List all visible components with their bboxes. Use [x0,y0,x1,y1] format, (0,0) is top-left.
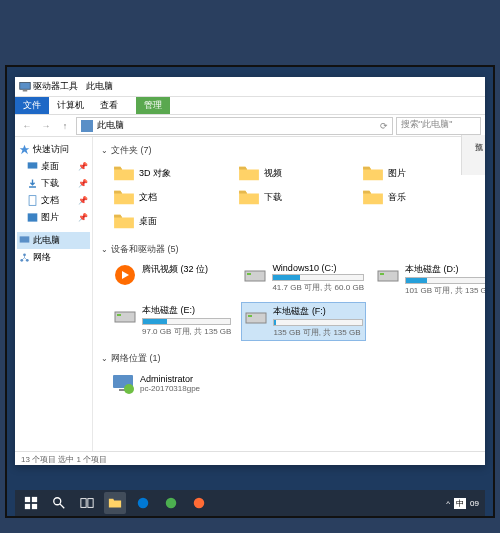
sidebar-item-pictures[interactable]: 图片 📌 [17,209,90,226]
tab-manage[interactable]: 管理 [136,97,170,114]
folder-item[interactable]: 文档 [111,186,228,208]
desktop-icon [27,161,38,172]
svg-rect-28 [81,499,86,508]
network-pc-icon [111,371,135,395]
sidebar-label: 下载 [41,177,59,190]
sidebar: 快速访问 桌面 📌 下载 📌 文档 📌 [15,137,93,451]
back-button[interactable]: ← [19,118,35,134]
svg-point-32 [194,498,205,509]
explorer-icon[interactable] [104,492,126,514]
sidebar-label: 此电脑 [33,234,60,247]
edge-icon[interactable] [132,492,154,514]
svg-rect-3 [28,162,38,168]
sidebar-item-documents[interactable]: 文档 📌 [17,192,90,209]
svg-point-31 [166,498,177,509]
pc-icon [19,81,31,93]
section-drives[interactable]: 设备和驱动器 (5) [101,240,477,259]
preview-pane-toggle[interactable]: 预览 [461,135,485,175]
folder-label: 音乐 [388,191,406,204]
svg-rect-0 [20,82,31,89]
picture-icon [27,212,38,223]
drive-usage-bar [273,319,363,326]
contextual-tab-label: 驱动器工具 [33,80,78,93]
tab-file[interactable]: 文件 [15,97,49,114]
system-tray: ^ 中 09 [446,498,483,509]
svg-point-7 [23,253,26,256]
folder-item[interactable]: 3D 对象 [111,162,228,184]
app-icon-2[interactable] [188,492,210,514]
folder-item[interactable]: 桌面 [111,210,228,232]
ime-indicator[interactable]: 中 [454,498,466,509]
clock[interactable]: 09 [470,499,479,508]
svg-rect-17 [246,313,266,323]
sidebar-quick-access[interactable]: 快速访问 [17,141,90,158]
svg-rect-14 [380,273,384,275]
sidebar-label: 文档 [41,194,59,207]
sidebar-network[interactable]: 网络 [17,249,90,266]
up-button[interactable]: ↑ [57,118,73,134]
tab-computer[interactable]: 计算机 [49,97,92,114]
svg-rect-6 [20,236,30,242]
folder-item[interactable]: 音乐 [360,186,477,208]
explorer-window: 驱动器工具 此电脑 文件 计算机 查看 管理 ← → ↑ 此电脑 ⟳ 搜索"此电… [15,77,485,465]
network-name: Administrator [140,374,200,384]
folder-icon [113,212,135,230]
drive-name: Windows10 (C:) [272,263,364,273]
svg-marker-2 [20,145,30,155]
sidebar-this-pc[interactable]: 此电脑 [17,232,90,249]
tab-view[interactable]: 查看 [92,97,126,114]
svg-rect-25 [32,504,37,509]
folder-icon [238,188,260,206]
drive-icon [243,263,267,287]
content-area: 文件夹 (7) 3D 对象视频图片文档下载音乐桌面 设备和驱动器 (5) 腾讯视… [93,137,485,451]
drive-item[interactable]: 本地磁盘 (E:)97.0 GB 可用, 共 135 GB [111,302,233,341]
network-host: pc-20170318gpe [140,384,200,393]
drive-item[interactable]: 本地磁盘 (F:)135 GB 可用, 共 135 GB [241,302,366,341]
svg-rect-5 [28,213,38,221]
app-icon[interactable] [160,492,182,514]
window-title: 此电脑 [86,80,113,93]
forward-button[interactable]: → [38,118,54,134]
sidebar-label: 快速访问 [33,143,69,156]
drive-name: 本地磁盘 (F:) [273,305,363,318]
drive-item[interactable]: 本地磁盘 (D:)101 GB 可用, 共 135 GB [374,261,485,298]
drive-item[interactable]: 腾讯视频 (32 位) [111,261,233,298]
folder-item[interactable]: 视频 [236,162,353,184]
sidebar-label: 网络 [33,251,51,264]
refresh-icon[interactable]: ⟳ [380,121,388,131]
start-button[interactable] [20,492,42,514]
folder-icon [238,164,260,182]
addressbar: ← → ↑ 此电脑 ⟳ 搜索"此电脑" [15,115,485,137]
breadcrumb[interactable]: 此电脑 ⟳ [76,117,393,135]
folder-label: 文档 [139,191,157,204]
drive-name: 本地磁盘 (D:) [405,263,485,276]
search-input[interactable]: 搜索"此电脑" [396,117,481,135]
drive-detail: 41.7 GB 可用, 共 60.0 GB [272,282,364,293]
drive-name: 腾讯视频 (32 位) [142,263,231,276]
drive-detail: 97.0 GB 可用, 共 135 GB [142,326,231,337]
sidebar-item-downloads[interactable]: 下载 📌 [17,175,90,192]
drive-usage-bar [142,318,231,325]
section-network[interactable]: 网络位置 (1) [101,349,477,368]
taskview-icon[interactable] [76,492,98,514]
section-folders[interactable]: 文件夹 (7) [101,141,477,160]
star-icon [19,144,30,155]
folder-label: 视频 [264,167,282,180]
svg-rect-29 [88,499,93,508]
svg-rect-15 [115,312,135,322]
network-location[interactable]: Administrator pc-20170318gpe [101,368,477,398]
folder-item[interactable]: 图片 [360,162,477,184]
pin-icon: 📌 [78,162,88,171]
search-icon[interactable] [48,492,70,514]
pin-icon: 📌 [78,196,88,205]
sidebar-item-desktop[interactable]: 桌面 📌 [17,158,90,175]
svg-line-27 [60,504,64,508]
folder-label: 3D 对象 [139,167,171,180]
svg-point-30 [138,498,149,509]
folder-label: 桌面 [139,215,157,228]
network-icon [19,252,30,263]
tray-chevron-icon[interactable]: ^ [446,499,450,508]
folder-item[interactable]: 下载 [236,186,353,208]
drive-item[interactable]: Windows10 (C:)41.7 GB 可用, 共 60.0 GB [241,261,366,298]
folder-icon [362,188,384,206]
